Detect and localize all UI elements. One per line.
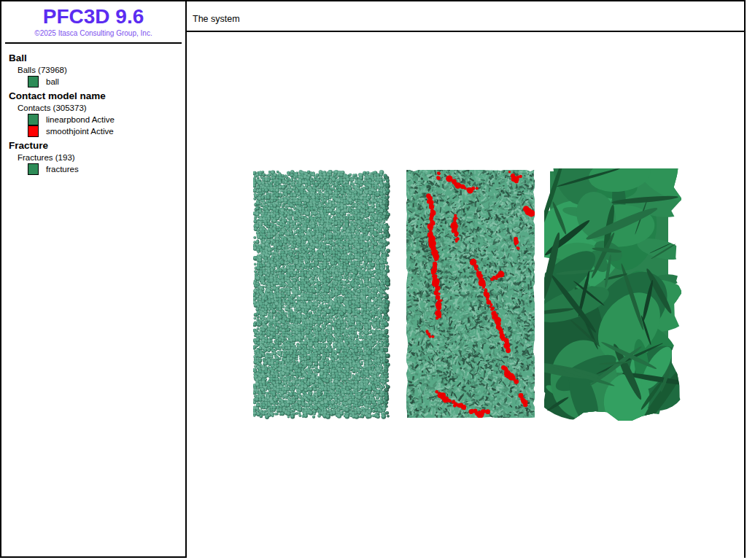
legend-section-count: Balls (73968): [18, 64, 182, 76]
copyright-text: ©2025 Itasca Consulting Group, Inc.: [1, 29, 185, 37]
legend-item: linearpbond Active: [28, 114, 182, 125]
legend-item-label: ball: [46, 77, 59, 86]
balls-render: [253, 170, 392, 419]
fractures-render: [544, 168, 681, 421]
legend-sidebar: PFC3D 9.6 ©2025 Itasca Consulting Group,…: [0, 0, 187, 558]
legend-item-label: fractures: [46, 165, 79, 174]
legend-section-header: Contact model name: [9, 90, 182, 102]
plot-pane: The system: [187, 0, 746, 558]
legend-swatch: [28, 76, 39, 88]
legend-section-count: Fractures (193): [18, 152, 182, 163]
view-titlebar: The system: [187, 1, 744, 32]
legend-item-label: smoothjoint Active: [46, 127, 114, 136]
model-viewport[interactable]: [187, 32, 744, 558]
legend-swatch: [28, 163, 39, 175]
legend: BallBalls (73968)ballContact model nameC…: [1, 44, 185, 175]
legend-section-count: Contacts (305373): [18, 102, 182, 114]
app-title: PFC3D 9.6: [1, 5, 185, 28]
legend-swatch: [28, 114, 39, 125]
legend-item: smoothjoint Active: [28, 125, 182, 137]
legend-swatch: [28, 125, 39, 137]
app-header: PFC3D 9.6 ©2025 Itasca Consulting Group,…: [1, 1, 185, 37]
legend-section-header: Fracture: [9, 139, 182, 152]
legend-item-label: linearpbond Active: [46, 115, 115, 124]
contacts-render: [406, 170, 535, 418]
view-title: The system: [187, 8, 240, 24]
legend-item: fractures: [28, 163, 182, 175]
legend-section-header: Ball: [9, 52, 182, 64]
legend-item: ball: [28, 76, 182, 88]
